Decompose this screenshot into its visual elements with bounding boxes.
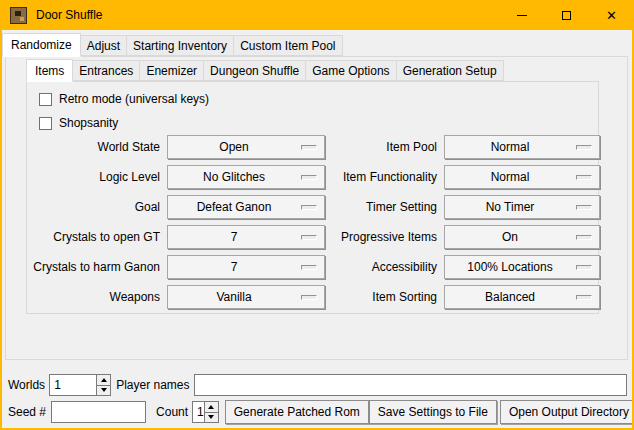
arrow-up-icon bbox=[208, 405, 214, 409]
retro-mode-checkbox[interactable] bbox=[39, 93, 52, 106]
crystals-open-gt-label: Crystals to open GT bbox=[27, 230, 160, 244]
shopsanity-label: Shopsanity bbox=[59, 116, 118, 130]
dropdown-indicator-icon bbox=[301, 175, 317, 180]
player-names-input[interactable] bbox=[194, 374, 628, 396]
arrow-down-icon bbox=[208, 415, 214, 419]
dropdown-indicator-icon bbox=[301, 205, 317, 210]
progressive-items-dropdown[interactable]: On bbox=[444, 225, 600, 249]
shopsanity-checkbox-row[interactable]: Shopsanity bbox=[39, 114, 118, 132]
door-app-icon bbox=[10, 7, 27, 24]
item-sorting-label: Item Sorting bbox=[332, 290, 437, 304]
item-functionality-label: Item Functionality bbox=[332, 170, 437, 184]
dropdown-indicator-icon bbox=[576, 265, 592, 270]
dropdown-indicator-icon bbox=[576, 235, 592, 240]
logic-level-label: Logic Level bbox=[27, 170, 160, 184]
logic-level-value: No Glitches bbox=[203, 170, 265, 184]
worlds-spinbox[interactable]: 1 bbox=[49, 374, 111, 396]
timer-setting-value: No Timer bbox=[486, 200, 535, 214]
tab-starting-inventory[interactable]: Starting Inventory bbox=[126, 35, 234, 56]
dropdown-indicator-icon bbox=[576, 145, 592, 150]
world-state-value: Open bbox=[219, 140, 248, 154]
maximize-icon bbox=[562, 11, 571, 20]
sub-tab-bar: Items Entrances Enemizer Dungeon Shuffle… bbox=[26, 59, 503, 81]
weapons-value: Vanilla bbox=[216, 290, 251, 304]
tab-generation-setup[interactable]: Generation Setup bbox=[396, 60, 504, 81]
arrow-down-icon bbox=[101, 388, 107, 392]
weapons-label: Weapons bbox=[27, 290, 160, 304]
title-bar[interactable]: Door Shuffle ✕ bbox=[0, 0, 634, 30]
crystals-open-gt-dropdown[interactable]: 7 bbox=[167, 225, 325, 249]
generate-patched-rom-button[interactable]: Generate Patched Rom bbox=[225, 400, 369, 424]
dropdown-indicator-icon bbox=[301, 235, 317, 240]
count-spin-up-button[interactable] bbox=[205, 402, 218, 413]
tab-items[interactable]: Items bbox=[26, 59, 73, 82]
count-label: Count bbox=[156, 405, 188, 419]
goal-dropdown[interactable]: Defeat Ganon bbox=[167, 195, 325, 219]
crystals-open-gt-value: 7 bbox=[231, 230, 238, 244]
crystals-harm-ganon-value: 7 bbox=[231, 260, 238, 274]
items-tab-panel: Retro mode (universal keys) Shopsanity W… bbox=[26, 81, 599, 314]
door-shuffle-window: Door Shuffle ✕ Randomize Adjust Starting… bbox=[0, 0, 634, 430]
minimize-button[interactable] bbox=[499, 0, 544, 30]
count-spinbox[interactable]: 1 bbox=[192, 401, 219, 423]
dropdown-indicator-icon bbox=[301, 145, 317, 150]
dropdown-indicator-icon bbox=[576, 175, 592, 180]
tab-dungeon-shuffle[interactable]: Dungeon Shuffle bbox=[203, 60, 306, 81]
progressive-items-value: On bbox=[502, 230, 518, 244]
worlds-spin-up-button[interactable] bbox=[97, 375, 110, 386]
tab-game-options[interactable]: Game Options bbox=[305, 60, 396, 81]
retro-mode-checkbox-row[interactable]: Retro mode (universal keys) bbox=[39, 90, 209, 108]
logic-level-dropdown[interactable]: No Glitches bbox=[167, 165, 325, 189]
minimize-icon bbox=[517, 15, 527, 16]
count-value[interactable]: 1 bbox=[193, 402, 204, 422]
dropdown-indicator-icon bbox=[576, 205, 592, 210]
tab-custom-item-pool[interactable]: Custom Item Pool bbox=[233, 35, 342, 56]
world-state-dropdown[interactable]: Open bbox=[167, 135, 325, 159]
goal-value: Defeat Ganon bbox=[197, 200, 272, 214]
accessibility-label: Accessibility bbox=[332, 260, 437, 274]
player-names-label: Player names bbox=[116, 378, 189, 392]
tab-adjust[interactable]: Adjust bbox=[80, 35, 127, 56]
worlds-label: Worlds bbox=[8, 378, 45, 392]
item-functionality-value: Normal bbox=[491, 170, 530, 184]
progressive-items-label: Progressive Items bbox=[332, 230, 437, 244]
maximize-button[interactable] bbox=[544, 0, 589, 30]
goal-label: Goal bbox=[27, 200, 160, 214]
client-area: Randomize Adjust Starting Inventory Cust… bbox=[2, 30, 632, 428]
item-pool-label: Item Pool bbox=[332, 140, 437, 154]
seed-input[interactable] bbox=[51, 401, 146, 423]
accessibility-value: 100% Locations bbox=[467, 260, 552, 274]
main-tab-bar: Randomize Adjust Starting Inventory Cust… bbox=[2, 33, 342, 56]
item-sorting-dropdown[interactable]: Balanced bbox=[444, 285, 600, 309]
item-pool-value: Normal bbox=[491, 140, 530, 154]
window-title: Door Shuffle bbox=[36, 8, 103, 22]
weapons-dropdown[interactable]: Vanilla bbox=[167, 285, 325, 309]
seed-label: Seed # bbox=[8, 405, 46, 419]
worlds-spin-down-button[interactable] bbox=[97, 386, 110, 396]
arrow-up-icon bbox=[101, 378, 107, 382]
close-button[interactable]: ✕ bbox=[589, 0, 634, 30]
close-icon: ✕ bbox=[606, 9, 617, 22]
tab-entrances[interactable]: Entrances bbox=[72, 60, 140, 81]
timer-setting-dropdown[interactable]: No Timer bbox=[444, 195, 600, 219]
crystals-harm-ganon-label: Crystals to harm Ganon bbox=[27, 260, 160, 274]
tab-enemizer[interactable]: Enemizer bbox=[139, 60, 204, 81]
item-pool-dropdown[interactable]: Normal bbox=[444, 135, 600, 159]
crystals-harm-ganon-dropdown[interactable]: 7 bbox=[167, 255, 325, 279]
randomize-tab-panel: Items Entrances Enemizer Dungeon Shuffle… bbox=[5, 56, 628, 360]
shopsanity-checkbox[interactable] bbox=[39, 117, 52, 130]
accessibility-dropdown[interactable]: 100% Locations bbox=[444, 255, 600, 279]
world-state-label: World State bbox=[27, 140, 160, 154]
worlds-row: Worlds 1 Player names bbox=[8, 373, 627, 397]
timer-setting-label: Timer Setting bbox=[332, 200, 437, 214]
open-output-directory-button[interactable]: Open Output Directory bbox=[500, 400, 632, 424]
worlds-value[interactable]: 1 bbox=[50, 375, 96, 395]
dropdown-indicator-icon bbox=[301, 265, 317, 270]
tab-randomize[interactable]: Randomize bbox=[2, 33, 81, 57]
dropdown-indicator-icon bbox=[576, 295, 592, 300]
item-sorting-value: Balanced bbox=[485, 290, 535, 304]
item-functionality-dropdown[interactable]: Normal bbox=[444, 165, 600, 189]
count-spin-down-button[interactable] bbox=[205, 413, 218, 423]
seed-row: Seed # Count 1 Generate Patched Rom Save… bbox=[8, 400, 627, 424]
save-settings-button[interactable]: Save Settings to File bbox=[369, 400, 497, 424]
